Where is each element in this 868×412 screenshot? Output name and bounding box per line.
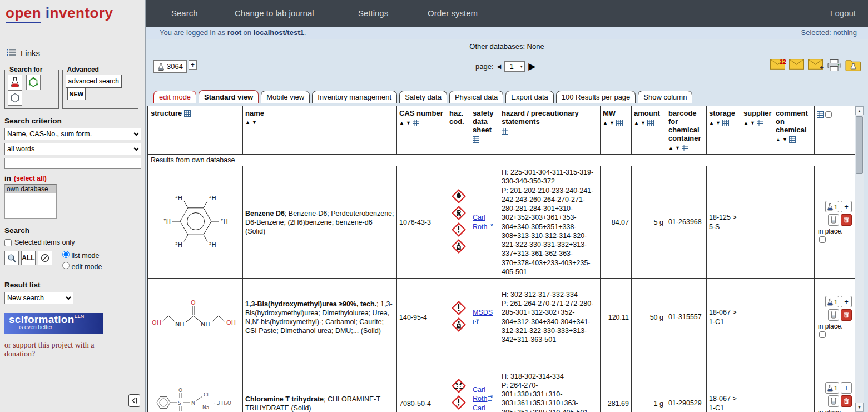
- delete-button[interactable]: [841, 395, 852, 407]
- sort-desc-icon[interactable]: ▼: [609, 120, 614, 126]
- sds-link[interactable]: Carl Roth: [473, 386, 487, 403]
- previous-page-button[interactable]: ◀: [497, 63, 502, 70]
- select-all-link[interactable]: (select all): [14, 175, 47, 182]
- sort-asc-icon[interactable]: ▲: [399, 120, 404, 126]
- container-count-button[interactable]: 1: [825, 201, 839, 212]
- tab-export-data[interactable]: Export data: [505, 91, 554, 103]
- envelope-add-icon[interactable]: +: [808, 59, 823, 70]
- structure-cell[interactable]: OHNHONHOH: [148, 279, 243, 356]
- nav-logout[interactable]: Logout: [830, 0, 856, 27]
- advanced-search-button[interactable]: advanced search: [66, 75, 122, 88]
- search-chemical-button[interactable]: [8, 75, 22, 90]
- nav-settings[interactable]: Settings: [358, 0, 388, 27]
- sort-asc-icon[interactable]: ▲: [743, 120, 748, 126]
- search-hexagon-button[interactable]: [8, 90, 22, 106]
- add-container-button[interactable]: +: [841, 382, 852, 394]
- sciformation-banner[interactable]: sciformationELN is even better: [4, 313, 103, 334]
- search-query-input[interactable]: [4, 158, 141, 169]
- edit-mode-radio[interactable]: edit mode: [62, 262, 102, 271]
- database-listbox[interactable]: own database: [4, 184, 57, 219]
- envelope-badge-icon[interactable]: 12: [770, 59, 785, 70]
- search-all-button[interactable]: ALL: [21, 251, 36, 265]
- search-submit-button[interactable]: [4, 251, 19, 265]
- tab-100-results-per-page[interactable]: 100 Results per page: [556, 91, 636, 103]
- search-structure-button[interactable]: [26, 75, 41, 90]
- next-page-button[interactable]: ▶: [528, 62, 535, 71]
- sort-asc-icon[interactable]: ▲: [245, 120, 250, 125]
- container-view-button[interactable]: [828, 395, 839, 407]
- sort-desc-icon[interactable]: ▼: [675, 145, 680, 151]
- sort-desc-icon[interactable]: ▼: [406, 120, 411, 126]
- external-link-icon[interactable]: [488, 395, 493, 403]
- sort-desc-icon[interactable]: ▼: [716, 120, 721, 126]
- collapse-sidebar-button[interactable]: [128, 394, 140, 407]
- add-container-button[interactable]: +: [841, 296, 852, 307]
- sort-desc-icon[interactable]: ▼: [782, 137, 787, 142]
- nav-lab-journal[interactable]: Change to lab journal: [235, 0, 314, 27]
- external-link-icon[interactable]: [473, 318, 479, 326]
- scroll-down-button[interactable]: ▼: [855, 403, 864, 411]
- delete-button[interactable]: [841, 214, 852, 226]
- table-grid-icon[interactable]: [616, 120, 623, 126]
- container-view-button[interactable]: [828, 309, 839, 321]
- row-select-checkbox[interactable]: [819, 331, 826, 338]
- select-all-checkbox[interactable]: [825, 111, 832, 118]
- table-grid-icon[interactable]: [647, 120, 654, 126]
- clear-search-button[interactable]: [38, 251, 52, 265]
- sds-link[interactable]: MSDS: [473, 309, 493, 316]
- table-grid-icon[interactable]: [757, 120, 763, 126]
- table-grid-icon[interactable]: [789, 136, 796, 143]
- printer-icon[interactable]: [827, 59, 841, 72]
- result-count-box[interactable]: 3064: [153, 60, 187, 73]
- result-list-select[interactable]: New search: [4, 292, 73, 304]
- table-grid-icon[interactable]: [413, 120, 419, 126]
- tab-standard-view[interactable]: Standard view: [199, 90, 259, 103]
- donation-link[interactable]: or support this project with a donation?: [4, 341, 124, 359]
- table-grid-icon[interactable]: [722, 120, 729, 126]
- structure-cell[interactable]: ²H²H²H²H²H²H: [148, 166, 243, 279]
- container-count-button[interactable]: 1: [825, 382, 839, 394]
- table-grid-icon[interactable]: [502, 128, 508, 135]
- container-count-button[interactable]: 1: [825, 296, 839, 307]
- tab-mobile-view[interactable]: Mobile view: [261, 91, 310, 103]
- add-container-button[interactable]: +: [841, 201, 852, 212]
- table-grid-icon[interactable]: [817, 111, 824, 118]
- sort-asc-icon[interactable]: ▲: [603, 120, 608, 126]
- sds-link[interactable]: Carl Roth: [473, 214, 487, 230]
- table-grid-icon[interactable]: [682, 145, 688, 151]
- sort-asc-icon[interactable]: ▲: [776, 137, 781, 142]
- tab-safety-data[interactable]: Safety data: [399, 91, 447, 103]
- add-chemical-button[interactable]: +: [189, 60, 197, 70]
- nav-order-system[interactable]: Order system: [428, 0, 478, 27]
- tab-show-column[interactable]: Show column: [638, 91, 692, 103]
- structure-cell[interactable]: SOONClNa· 3 H₂O: [148, 356, 243, 412]
- links-menu[interactable]: Links: [7, 48, 138, 58]
- criterion-select[interactable]: Name, CAS-No., sum form.: [4, 128, 141, 140]
- list-mode-radio[interactable]: list mode: [62, 251, 102, 260]
- new-button[interactable]: NEW: [67, 88, 86, 100]
- external-link-icon[interactable]: [488, 223, 493, 231]
- page-number-input[interactable]: [505, 63, 518, 71]
- selected-items-checkbox[interactable]: [4, 239, 12, 246]
- table-grid-icon[interactable]: [473, 136, 479, 143]
- sort-desc-icon[interactable]: ▼: [641, 120, 646, 126]
- row-select-checkbox[interactable]: [819, 236, 826, 243]
- sds-link[interactable]: Carl Roth: [473, 404, 487, 412]
- tab-inventory-management[interactable]: Inventory management: [312, 91, 397, 103]
- page-dropdown-icon[interactable]: ▼: [518, 64, 524, 68]
- sort-asc-icon[interactable]: ▲: [634, 120, 639, 126]
- database-option[interactable]: own database: [5, 185, 56, 193]
- table-grid-icon[interactable]: [184, 110, 191, 117]
- nav-search[interactable]: Search: [171, 0, 198, 27]
- vertical-scrollbar[interactable]: ▲ ▼: [855, 106, 864, 412]
- folder-chemical-icon[interactable]: [845, 59, 861, 72]
- sort-asc-icon[interactable]: ▲: [668, 145, 673, 151]
- scroll-up-button[interactable]: ▲: [855, 106, 864, 115]
- words-select[interactable]: all words: [4, 143, 141, 155]
- app-logo[interactable]: open inventory: [6, 4, 138, 22]
- envelope-icon[interactable]: [789, 59, 804, 70]
- container-view-button[interactable]: [828, 214, 839, 226]
- tab-edit-mode[interactable]: edit mode: [153, 91, 196, 103]
- sort-asc-icon[interactable]: ▲: [709, 120, 714, 126]
- sort-desc-icon[interactable]: ▼: [252, 120, 257, 125]
